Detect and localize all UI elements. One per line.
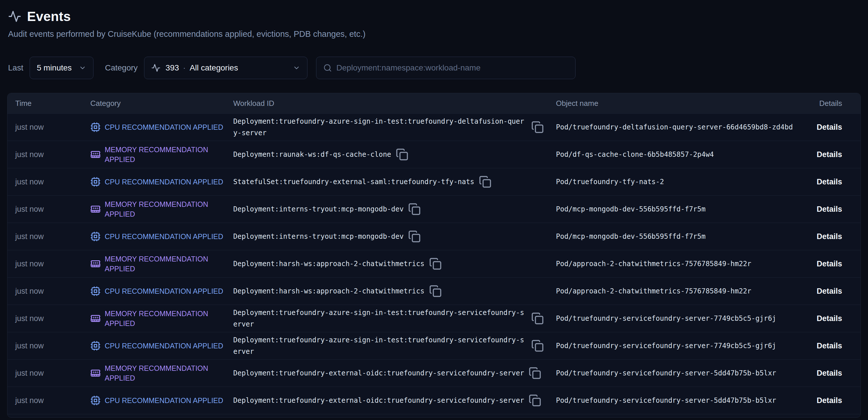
table-row: just now CPU RECOMMENDATION APPLIED Stat… — [7, 168, 861, 195]
cpu-icon — [90, 286, 101, 296]
activity-icon — [8, 10, 21, 23]
copy-icon[interactable] — [531, 121, 544, 133]
memory-icon — [90, 259, 101, 269]
category-count: 393 — [166, 63, 179, 72]
object-name: Pod/mcp-mongodb-dev-556b595ffd-f7r5m — [550, 233, 812, 240]
table-row: just now MEMORY RECOMMENDATION APPLIED D… — [7, 359, 861, 387]
table-row: just now CPU RECOMMENDATION APPLIED Depl… — [7, 277, 861, 305]
events-table: Time Category Workload ID Object name De… — [7, 93, 861, 418]
workload-id: Deployment:truefoundry-azure-sign-in-tes… — [233, 334, 527, 357]
table-row: just now MEMORY RECOMMENDATION APPLIED D… — [7, 141, 861, 168]
workload-id: Deployment:interns-tryout:mcp-mongodb-de… — [233, 203, 404, 215]
event-category-badge: CPU RECOMMENDATION APPLIED — [87, 177, 227, 187]
details-button[interactable]: Details — [816, 287, 842, 295]
workload-id: Deployment:harsh-ws:approach-2-chatwithm… — [233, 286, 425, 297]
copy-icon[interactable] — [531, 339, 544, 352]
copy-icon[interactable] — [429, 285, 442, 297]
workload-id: StatefulSet:truefoundry-external-saml:tr… — [233, 176, 474, 187]
event-category-label: CPU RECOMMENDATION APPLIED — [105, 341, 223, 351]
event-category-badge: CPU RECOMMENDATION APPLIED — [87, 122, 227, 132]
table-row: just now MEMORY RECOMMENDATION APPLIED D… — [7, 305, 861, 332]
object-name: Pod/truefoundry-deltafusion-query-server… — [550, 123, 812, 131]
table-row: just now CPU RECOMMENDATION APPLIED Depl… — [7, 332, 861, 359]
page-subtitle: Audit events performed by CruiseKube (re… — [8, 29, 868, 39]
event-time: just now — [7, 178, 87, 186]
copy-icon[interactable] — [531, 312, 544, 325]
event-time: just now — [7, 232, 87, 241]
event-time: just now — [7, 396, 87, 405]
workload-id: Deployment:truefoundry-azure-sign-in-tes… — [233, 116, 527, 139]
search-box — [316, 57, 576, 79]
event-category-badge: MEMORY RECOMMENDATION APPLIED — [87, 363, 227, 383]
table-row: just now CPU RECOMMENDATION APPLIED Depl… — [7, 223, 861, 250]
details-button[interactable]: Details — [816, 232, 842, 241]
table-row: just now CPU RECOMMENDATION APPLIED Depl… — [7, 387, 861, 414]
cpu-icon — [90, 177, 101, 187]
dot-separator: · — [183, 63, 186, 72]
workload-id: Deployment:raunak-ws:df-qs-cache-clone — [233, 149, 391, 160]
copy-icon[interactable] — [408, 230, 421, 243]
copy-icon[interactable] — [529, 367, 541, 380]
details-button[interactable]: Details — [816, 150, 842, 159]
event-time: just now — [7, 287, 87, 296]
object-name: Pod/truefoundry-servicefoundry-server-77… — [550, 314, 812, 323]
details-button[interactable]: Details — [816, 396, 842, 405]
details-button[interactable]: Details — [816, 123, 842, 131]
search-input[interactable] — [337, 63, 568, 72]
table-row: just now MEMORY RECOMMENDATION APPLIED D… — [7, 250, 861, 277]
copy-icon[interactable] — [479, 176, 492, 188]
column-header-workload-id: Workload ID — [227, 99, 550, 108]
object-name: Pod/approach-2-chatwithmetrics-757678584… — [550, 287, 812, 295]
copy-icon[interactable] — [529, 394, 541, 407]
workload-id: Deployment:truefoundry-azure-sign-in-tes… — [233, 307, 527, 330]
copy-icon[interactable] — [429, 258, 442, 270]
workload-id: Deployment:interns-tryout:mcp-mongodb-de… — [233, 231, 404, 242]
activity-icon — [151, 63, 160, 72]
event-time: just now — [7, 205, 87, 214]
event-category-badge: MEMORY RECOMMENDATION APPLIED — [87, 254, 227, 274]
event-category-label: CPU RECOMMENDATION APPLIED — [105, 395, 223, 405]
copy-icon[interactable] — [408, 203, 421, 215]
object-name: Pod/truefoundry-tfy-nats-2 — [550, 178, 812, 186]
details-button[interactable]: Details — [816, 369, 842, 378]
column-header-time: Time — [7, 99, 87, 108]
event-time: just now — [7, 369, 87, 378]
event-category-label: MEMORY RECOMMENDATION APPLIED — [105, 309, 227, 328]
event-category-label: CPU RECOMMENDATION APPLIED — [105, 286, 223, 296]
event-category-badge: MEMORY RECOMMENDATION APPLIED — [87, 145, 227, 164]
memory-icon — [90, 149, 101, 160]
event-category-badge: MEMORY RECOMMENDATION APPLIED — [87, 309, 227, 328]
workload-id: Deployment:truefoundry-external-oidc:tru… — [233, 367, 524, 379]
event-category-label: MEMORY RECOMMENDATION APPLIED — [105, 363, 227, 383]
filter-bar: Last 5 minutes Category 393 · All catego… — [8, 57, 868, 79]
event-category-label: CPU RECOMMENDATION APPLIED — [105, 177, 223, 187]
copy-icon[interactable] — [396, 148, 408, 161]
cpu-icon — [90, 340, 101, 351]
event-time: just now — [7, 123, 87, 132]
event-category-label: MEMORY RECOMMENDATION APPLIED — [105, 199, 227, 219]
time-range-value: 5 minutes — [37, 63, 72, 72]
event-time: just now — [7, 150, 87, 159]
details-button[interactable]: Details — [816, 314, 842, 323]
table-row-partial — [7, 414, 861, 417]
memory-icon — [90, 204, 101, 214]
object-name: Pod/approach-2-chatwithmetrics-757678584… — [550, 260, 812, 268]
event-category-badge: CPU RECOMMENDATION APPLIED — [87, 231, 227, 242]
event-category-label: MEMORY RECOMMENDATION APPLIED — [105, 145, 227, 164]
column-header-category: Category — [87, 99, 227, 108]
category-select[interactable]: 393 · All categories — [144, 57, 307, 79]
details-button[interactable]: Details — [816, 178, 842, 186]
details-button[interactable]: Details — [816, 260, 842, 268]
category-filter-label: Category — [105, 63, 138, 72]
event-category-label: MEMORY RECOMMENDATION APPLIED — [105, 254, 227, 274]
details-button[interactable]: Details — [816, 205, 842, 213]
table-row: just now CPU RECOMMENDATION APPLIED Depl… — [7, 113, 861, 141]
event-category-badge: MEMORY RECOMMENDATION APPLIED — [87, 199, 227, 219]
search-icon — [323, 64, 332, 72]
details-button[interactable]: Details — [816, 341, 842, 350]
memory-icon — [90, 313, 101, 324]
time-range-select[interactable]: 5 minutes — [30, 57, 93, 79]
object-name: Pod/mcp-mongodb-dev-556b595ffd-f7r5m — [550, 205, 812, 213]
memory-icon — [90, 368, 101, 378]
table-body: just now CPU RECOMMENDATION APPLIED Depl… — [7, 113, 861, 414]
